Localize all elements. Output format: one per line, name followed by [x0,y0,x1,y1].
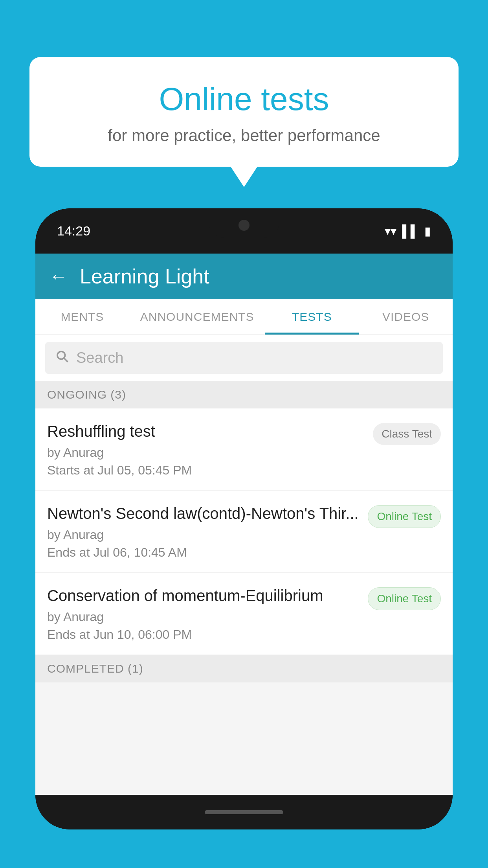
test-item-newtons[interactable]: Newton's Second law(contd)-Newton's Thir… [35,491,453,573]
test-author-reshuffling: by Anurag [47,445,365,460]
app-header-title: Learning Light [80,265,209,288]
test-info-conservation: Conservation of momentum-Equilibrium by … [47,585,368,642]
app-header: ← Learning Light [35,254,453,299]
tab-announcements[interactable]: ANNOUNCEMENTS [129,299,265,335]
speech-bubble: Online tests for more practice, better p… [29,57,459,167]
tab-videos[interactable]: VIDEOS [359,299,453,335]
notch [209,212,279,238]
test-title-reshuffling: Reshuffling test [47,421,365,441]
test-title-newtons: Newton's Second law(contd)-Newton's Thir… [47,503,360,524]
tab-tests[interactable]: TESTS [265,299,359,335]
phone-bottom [35,795,453,829]
status-bar: 14:29 ▾▾ ▌▌ ▮ [35,208,453,254]
test-item-conservation[interactable]: Conservation of momentum-Equilibrium by … [35,573,453,655]
tab-assignments[interactable]: MENTS [35,299,129,335]
test-badge-conservation: Online Test [368,587,441,610]
app-screen: ← Learning Light MENTS ANNOUNCEMENTS TES… [35,254,453,795]
test-badge-reshuffling: Class Test [373,423,441,445]
status-time: 14:29 [57,223,90,239]
phone-container: 14:29 ▾▾ ▌▌ ▮ ← Learning Light [35,208,453,868]
bubble-title: Online tests [49,81,439,118]
test-title-conservation: Conservation of momentum-Equilibrium [47,585,360,606]
search-container: Search [35,335,453,381]
test-date-newtons: Ends at Jul 06, 10:45 AM [47,545,360,560]
test-date-reshuffling: Starts at Jul 05, 05:45 PM [47,463,365,478]
search-bar[interactable]: Search [45,342,443,374]
svg-line-1 [64,358,67,361]
ongoing-section-header: ONGOING (3) [35,381,453,408]
back-button[interactable]: ← [49,267,68,286]
test-author-conservation: by Anurag [47,610,360,624]
completed-section-header: COMPLETED (1) [35,655,453,682]
test-date-conservation: Ends at Jun 10, 06:00 PM [47,627,360,642]
battery-icon: ▮ [424,224,431,238]
signal-icon: ▌▌ [402,224,419,238]
front-camera [238,220,250,231]
phone-frame: 14:29 ▾▾ ▌▌ ▮ ← Learning Light [35,208,453,829]
tab-bar: MENTS ANNOUNCEMENTS TESTS VIDEOS [35,299,453,335]
search-icon [55,349,69,367]
test-info-newtons: Newton's Second law(contd)-Newton's Thir… [47,503,368,560]
wifi-icon: ▾▾ [385,224,396,238]
test-info-reshuffling: Reshuffling test by Anurag Starts at Jul… [47,421,373,478]
bubble-subtitle: for more practice, better performance [49,126,439,145]
status-icons: ▾▾ ▌▌ ▮ [385,224,431,238]
test-badge-newtons: Online Test [368,505,441,528]
search-placeholder: Search [76,349,123,366]
test-item-reshuffling[interactable]: Reshuffling test by Anurag Starts at Jul… [35,408,453,491]
test-author-newtons: by Anurag [47,528,360,542]
home-bar[interactable] [205,810,283,814]
